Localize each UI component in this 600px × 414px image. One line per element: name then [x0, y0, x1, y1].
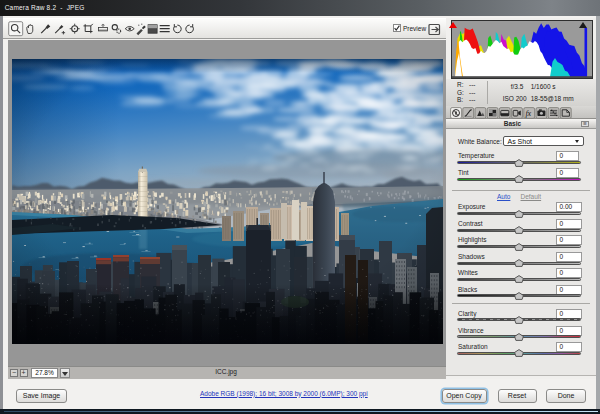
svg-text:fx: fx	[525, 109, 531, 118]
